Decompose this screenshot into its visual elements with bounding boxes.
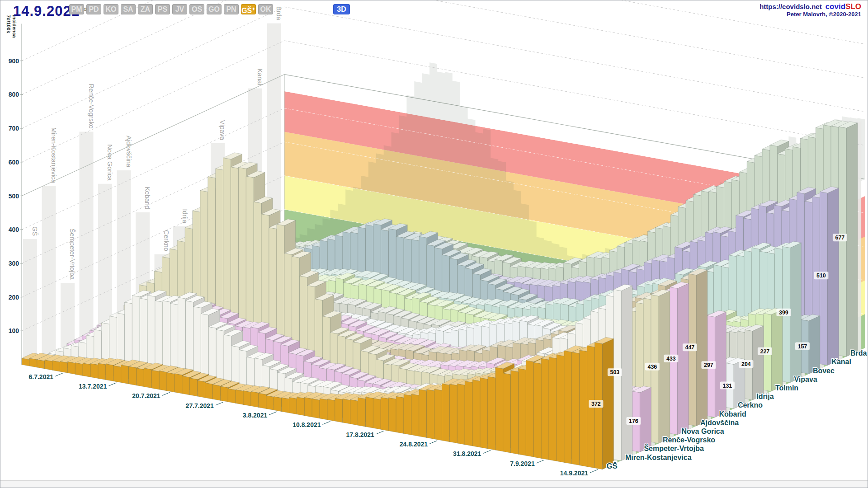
svg-text:Ajdovščina: Ajdovščina — [700, 419, 739, 427]
author-credit: Peter Malovrh, ©2020-2021 — [760, 10, 861, 18]
svg-text:900: 900 — [9, 57, 19, 65]
bottom-strip — [0, 480, 868, 488]
svg-text:10.8.2021: 10.8.2021 — [292, 421, 321, 428]
svg-text:297: 297 — [704, 362, 713, 368]
svg-text:503: 503 — [610, 369, 619, 375]
svg-text:399: 399 — [779, 310, 788, 316]
header: 14.9.2021tor PMPDKOSAZAPSJVOSGOPNGŠ✦OK3D… — [0, 0, 868, 24]
svg-text:500: 500 — [9, 192, 19, 200]
svg-text:3.8.2021: 3.8.2021 — [243, 412, 268, 419]
svg-text:Vipava: Vipava — [794, 375, 817, 383]
svg-text:700: 700 — [9, 125, 19, 132]
svg-text:Idrija: Idrija — [756, 393, 774, 400]
svg-text:131: 131 — [722, 383, 732, 389]
region-button-pd[interactable]: PD — [86, 4, 101, 14]
svg-text:200: 200 — [9, 294, 19, 301]
svg-text:GŠ: GŠ — [606, 462, 618, 470]
region-button-jv[interactable]: JV — [172, 4, 187, 14]
svg-text:14.9.2021: 14.9.2021 — [560, 469, 588, 477]
svg-text:Brda: Brda — [850, 349, 867, 357]
svg-text:100: 100 — [9, 327, 19, 334]
svg-text:447: 447 — [685, 344, 694, 351]
region-button-sa[interactable]: SA — [121, 4, 136, 14]
site-info: https://covidslo.netcovidSLO Peter Malov… — [760, 3, 861, 18]
site-url[interactable]: https://covidslo.net — [760, 3, 822, 10]
svg-text:677: 677 — [835, 235, 844, 241]
incidence-3d-chart: GŠMiren-KostanjevicaŠempeter-VrtojbaRenč… — [0, 0, 868, 488]
svg-text:GŠ: GŠ — [31, 226, 38, 236]
svg-text:204: 204 — [741, 361, 751, 367]
region-button-os[interactable]: OS — [189, 4, 204, 14]
svg-text:Nova Gorica: Nova Gorica — [106, 144, 113, 181]
region-button-ko[interactable]: KO — [104, 4, 118, 14]
svg-text:Šempeter-Vrtojba: Šempeter-Vrtojba — [644, 444, 704, 452]
region-button-pm[interactable]: PM — [69, 4, 84, 14]
svg-text:Miren-Kostanjevica: Miren-Kostanjevica — [50, 127, 57, 183]
svg-text:Ajdovščina: Ajdovščina — [125, 136, 132, 168]
svg-text:Miren-Kostanjevica: Miren-Kostanjevica — [625, 454, 692, 461]
region-button-ps[interactable]: PS — [155, 4, 170, 14]
svg-text:Vipava: Vipava — [219, 120, 226, 141]
svg-text:17.8.2021: 17.8.2021 — [346, 431, 374, 438]
ok-button[interactable]: OK — [258, 4, 273, 14]
svg-text:Nova Gorica: Nova Gorica — [681, 427, 724, 435]
svg-text:433: 433 — [666, 356, 676, 362]
svg-text:436: 436 — [647, 364, 657, 370]
svg-text:Kanal: Kanal — [256, 69, 264, 85]
svg-text:13.7.2021: 13.7.2021 — [79, 383, 107, 390]
svg-text:7.9.2021: 7.9.2021 — [510, 460, 535, 467]
covidslo-page: GŠMiren-KostanjevicaŠempeter-VrtojbaRenč… — [0, 0, 868, 488]
svg-text:600: 600 — [9, 159, 19, 166]
svg-text:Kobarid: Kobarid — [144, 187, 151, 209]
svg-text:176: 176 — [629, 418, 638, 424]
svg-text:510: 510 — [816, 272, 826, 279]
svg-text:227: 227 — [760, 348, 769, 355]
region-button-za[interactable]: ZA — [138, 4, 153, 14]
region-button-gs-active[interactable]: GŠ✦ — [241, 4, 256, 14]
svg-text:6.7.2021: 6.7.2021 — [29, 373, 54, 380]
svg-text:Cerkno: Cerkno — [738, 401, 763, 409]
svg-text:372: 372 — [591, 401, 601, 407]
svg-text:157: 157 — [797, 343, 807, 350]
region-button-row: PMPDKOSAZAPSJVOSGOPNGŠ✦OK3D — [69, 4, 350, 14]
svg-text:31.8.2021: 31.8.2021 — [453, 450, 481, 457]
svg-text:Kanal: Kanal — [831, 358, 851, 366]
svg-text:Cerkno: Cerkno — [163, 230, 170, 251]
svg-text:20.7.2021: 20.7.2021 — [132, 392, 160, 399]
svg-text:Tolmin: Tolmin — [775, 384, 798, 392]
svg-text:300: 300 — [9, 260, 19, 267]
covidslo-logo: covidSLO — [826, 2, 861, 11]
svg-text:27.7.2021: 27.7.2021 — [186, 402, 214, 409]
view-3d-button[interactable]: 3D — [333, 4, 350, 14]
y-axis: 1002003004005006007008009007d/100kIncide… — [6, 15, 23, 365]
svg-text:Bovec: Bovec — [813, 367, 835, 375]
svg-text:Renče-Vogrsko: Renče-Vogrsko — [88, 84, 95, 128]
region-button-pn[interactable]: PN — [224, 4, 239, 14]
svg-text:Kobarid: Kobarid — [719, 410, 746, 418]
svg-text:Renče-Vogrsko: Renče-Vogrsko — [663, 436, 715, 444]
svg-text:400: 400 — [9, 226, 19, 233]
svg-text:800: 800 — [9, 91, 19, 98]
svg-text:24.8.2021: 24.8.2021 — [400, 441, 428, 448]
region-button-go[interactable]: GO — [207, 4, 222, 14]
